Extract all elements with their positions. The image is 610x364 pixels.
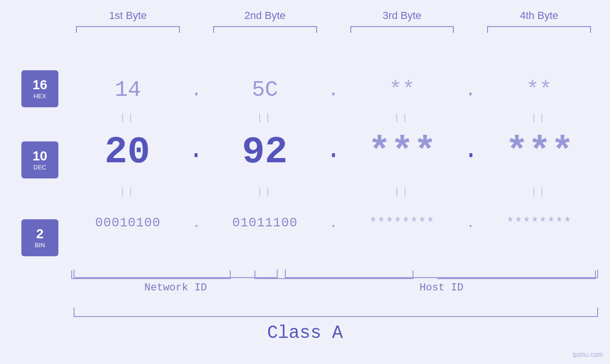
dec-dot2: . bbox=[326, 137, 341, 163]
page: 1st Byte 2nd Byte 3rd Byte 4th Byte 16 H… bbox=[0, 0, 610, 364]
watermark: ipshu.com bbox=[572, 351, 603, 359]
bin-b2: 01011100 bbox=[232, 216, 298, 230]
hex-dot3: . bbox=[465, 80, 476, 101]
bracket-byte2 bbox=[213, 26, 317, 33]
full-bracket bbox=[74, 308, 598, 317]
badge-hex: 16 HEX bbox=[21, 70, 58, 107]
header-byte2: 2nd Byte bbox=[204, 9, 327, 22]
badge-hex-label: HEX bbox=[34, 93, 47, 100]
dec-row: 20 . 92 . *** . *** bbox=[66, 126, 601, 178]
bin-b3: ******** bbox=[369, 216, 435, 230]
hex-b4: ** bbox=[526, 78, 552, 103]
bracket-host bbox=[285, 270, 598, 278]
top-brackets bbox=[66, 26, 601, 33]
badge-bin-label: BIN bbox=[35, 242, 45, 249]
bracket-network bbox=[74, 270, 278, 278]
dec-b4: *** bbox=[506, 131, 574, 174]
header-byte3: 3rd Byte bbox=[341, 9, 464, 22]
dec-dot3: . bbox=[463, 137, 479, 163]
hex-b2: 5C bbox=[252, 78, 278, 103]
hex-dot1: . bbox=[191, 80, 202, 101]
badge-hex-num: 16 bbox=[32, 78, 47, 93]
hex-b3: ** bbox=[389, 78, 415, 103]
badge-bin: 2 BIN bbox=[21, 219, 58, 256]
header-byte4: 4th Byte bbox=[478, 9, 601, 22]
class-label: Class A bbox=[0, 323, 610, 343]
equals-row-1: || || || || bbox=[66, 110, 601, 125]
badge-dec: 10 DEC bbox=[21, 141, 58, 178]
dec-dot1: . bbox=[188, 137, 204, 163]
bin-row: 00010100 . 01011100 . ******** . *******… bbox=[66, 202, 601, 244]
bin-dot2: . bbox=[329, 216, 338, 231]
dec-b3: *** bbox=[368, 131, 436, 174]
badge-dec-num: 10 bbox=[32, 149, 47, 164]
hex-row: 14 . 5C . ** . ** bbox=[66, 74, 601, 107]
bracket-byte4 bbox=[487, 26, 591, 33]
bin-dot1: . bbox=[192, 216, 200, 231]
column-headers: 1st Byte 2nd Byte 3rd Byte 4th Byte bbox=[66, 9, 601, 22]
hex-b1: 14 bbox=[115, 78, 141, 103]
bin-b1: 00010100 bbox=[95, 216, 161, 230]
bracket-byte1 bbox=[76, 26, 180, 33]
host-id-label: Host ID bbox=[285, 282, 598, 294]
hex-dot2: . bbox=[328, 80, 339, 101]
badge-dec-label: DEC bbox=[33, 164, 46, 171]
bin-dot3: . bbox=[467, 216, 475, 231]
network-id-label: Network ID bbox=[74, 282, 278, 294]
bracket-byte3 bbox=[350, 26, 454, 33]
dec-b2: 92 bbox=[242, 131, 288, 174]
badge-bin-num: 2 bbox=[36, 227, 44, 242]
dec-b1: 20 bbox=[104, 131, 150, 174]
header-byte1: 1st Byte bbox=[66, 9, 189, 22]
bin-b4: ******** bbox=[507, 216, 572, 230]
equals-row-2: || || || || bbox=[66, 184, 601, 199]
